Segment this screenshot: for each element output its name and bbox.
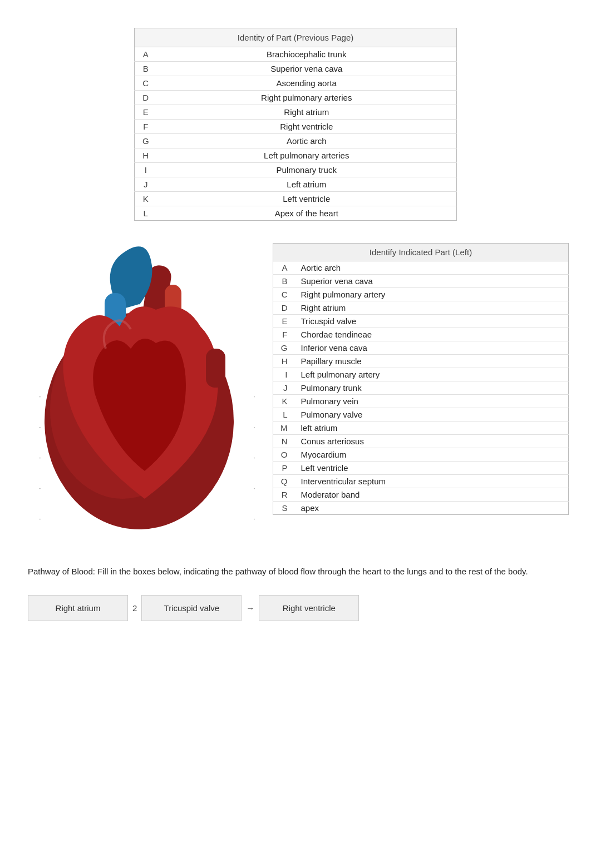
table-row: FChordae tendineae bbox=[273, 328, 569, 341]
svg-text:·: · bbox=[39, 484, 41, 492]
previous-page-table: Identity of Part (Previous Page)ABrachio… bbox=[134, 28, 457, 221]
row-name: Right pulmonary arteries bbox=[157, 91, 457, 105]
table-row: DRight pulmonary arteries bbox=[135, 91, 457, 105]
right-table-container: Identify Indicated Part (Left)AAortic ar… bbox=[273, 243, 569, 515]
row-name: Superior vena cava bbox=[296, 275, 569, 288]
table-row: LPulmonary valve bbox=[273, 408, 569, 421]
table-row: ABrachiocephalic trunk bbox=[135, 47, 457, 62]
row-letter: L bbox=[135, 206, 157, 221]
row-letter: J bbox=[273, 381, 296, 395]
row-letter: K bbox=[273, 395, 296, 408]
pathway-arrow-2: → bbox=[242, 603, 259, 613]
pathway-box-2: Tricuspid valve bbox=[141, 595, 242, 621]
row-letter: G bbox=[273, 341, 296, 355]
svg-text:·: · bbox=[39, 392, 41, 400]
pathway-number-2: 2 bbox=[128, 603, 141, 613]
svg-text:·: · bbox=[253, 484, 255, 492]
row-name: Right atrium bbox=[296, 301, 569, 315]
table-row: JPulmonary trunk bbox=[273, 381, 569, 395]
table-row: IPulmonary truck bbox=[135, 163, 457, 177]
row-letter: A bbox=[273, 261, 296, 275]
row-letter: F bbox=[135, 120, 157, 134]
row-name: Brachiocephalic trunk bbox=[157, 47, 457, 62]
table-row: KLeft ventricle bbox=[135, 192, 457, 206]
row-letter: N bbox=[273, 435, 296, 448]
table-row: HLeft pulmonary arteries bbox=[135, 148, 457, 163]
pathway-box-3: Right ventricle bbox=[259, 595, 359, 621]
pathway-box-2-label: Tricuspid valve bbox=[164, 603, 219, 613]
table-row: JLeft atrium bbox=[135, 177, 457, 192]
row-name: Left pulmonary artery bbox=[296, 368, 569, 381]
row-name: Pulmonary vein bbox=[296, 395, 569, 408]
row-letter: B bbox=[135, 62, 157, 76]
row-name: Ascending aorta bbox=[157, 76, 457, 91]
table-row: HPapillary muscle bbox=[273, 355, 569, 368]
row-letter: I bbox=[135, 163, 157, 177]
row-letter: E bbox=[135, 105, 157, 120]
row-name: Pulmonary valve bbox=[296, 408, 569, 421]
row-letter: G bbox=[135, 134, 157, 148]
row-name: Pulmonary truck bbox=[157, 163, 457, 177]
row-letter: D bbox=[135, 91, 157, 105]
row-name: Myocardium bbox=[296, 448, 569, 462]
table-row: KPulmonary vein bbox=[273, 395, 569, 408]
row-name: Left atrium bbox=[157, 177, 457, 192]
row-name: Left ventricle bbox=[157, 192, 457, 206]
table-row: LApex of the heart bbox=[135, 206, 457, 221]
row-name: Interventricular septum bbox=[296, 475, 569, 488]
table-row: CAscending aorta bbox=[135, 76, 457, 91]
row-name: Superior vena cava bbox=[157, 62, 457, 76]
row-letter: L bbox=[273, 408, 296, 421]
row-letter: A bbox=[135, 47, 157, 62]
row-name: left atrium bbox=[296, 421, 569, 435]
row-letter: S bbox=[273, 502, 296, 515]
row-name: Right atrium bbox=[157, 105, 457, 120]
table-row: ILeft pulmonary artery bbox=[273, 368, 569, 381]
row-name: Tricuspid valve bbox=[296, 315, 569, 328]
svg-text:·: · bbox=[39, 453, 41, 462]
pathway-section: Pathway of Blood: Fill in the boxes belo… bbox=[22, 566, 569, 621]
row-letter: M bbox=[273, 421, 296, 435]
row-letter: E bbox=[273, 315, 296, 328]
row-name: Right pulmonary artery bbox=[296, 288, 569, 301]
table-row: ERight atrium bbox=[135, 105, 457, 120]
row-letter: P bbox=[273, 462, 296, 475]
svg-text:·: · bbox=[39, 423, 41, 431]
row-name: Inferior vena cava bbox=[296, 341, 569, 355]
row-letter: Q bbox=[273, 475, 296, 488]
row-name: Pulmonary trunk bbox=[296, 381, 569, 395]
table-row: RModerator band bbox=[273, 488, 569, 502]
row-name: Apex of the heart bbox=[157, 206, 457, 221]
row-letter: H bbox=[273, 355, 296, 368]
row-letter: D bbox=[273, 301, 296, 315]
row-name: Chordae tendineae bbox=[296, 328, 569, 341]
row-letter: C bbox=[135, 76, 157, 91]
row-name: Conus arteriosus bbox=[296, 435, 569, 448]
row-letter: R bbox=[273, 488, 296, 502]
row-letter: I bbox=[273, 368, 296, 381]
svg-text:·: · bbox=[253, 423, 255, 431]
table-row: GAortic arch bbox=[135, 134, 457, 148]
heart-image-container: · · · · · · · · · · bbox=[22, 237, 267, 543]
svg-rect-5 bbox=[206, 349, 225, 388]
svg-text:·: · bbox=[39, 514, 41, 523]
row-name: Aortic arch bbox=[296, 261, 569, 275]
svg-text:·: · bbox=[253, 514, 255, 523]
pathway-description: Pathway of Blood: Fill in the boxes belo… bbox=[28, 566, 563, 578]
row-letter: O bbox=[273, 448, 296, 462]
table-row: FRight ventricle bbox=[135, 120, 457, 134]
table-row: OMyocardium bbox=[273, 448, 569, 462]
table-row: QInterventricular septum bbox=[273, 475, 569, 488]
row-letter: H bbox=[135, 148, 157, 163]
table-row: DRight atrium bbox=[273, 301, 569, 315]
row-letter: F bbox=[273, 328, 296, 341]
middle-section: · · · · · · · · · · Identify Indicated P… bbox=[22, 237, 569, 543]
row-name: Right ventricle bbox=[157, 120, 457, 134]
pathway-box-1: Right atrium bbox=[28, 595, 128, 621]
table-row: Sapex bbox=[273, 502, 569, 515]
table-row: NConus arteriosus bbox=[273, 435, 569, 448]
svg-text:·: · bbox=[253, 453, 255, 462]
table-row: ETricuspid valve bbox=[273, 315, 569, 328]
pathway-box-1-label: Right atrium bbox=[56, 603, 101, 613]
table-row: CRight pulmonary artery bbox=[273, 288, 569, 301]
